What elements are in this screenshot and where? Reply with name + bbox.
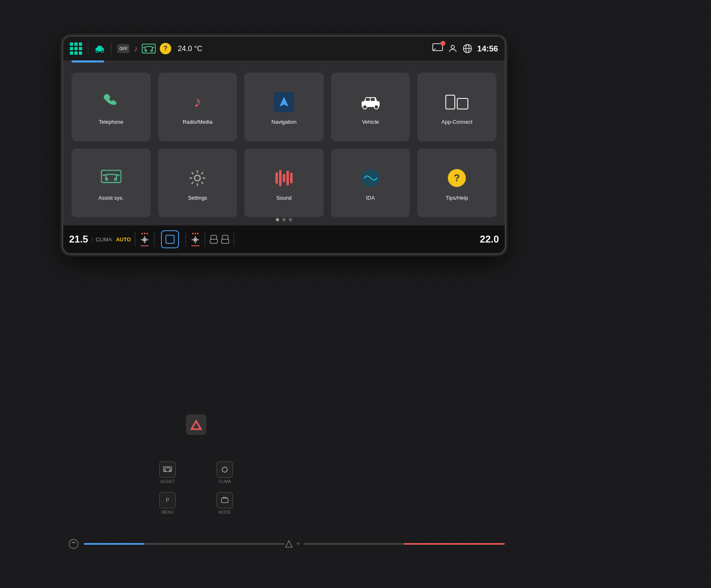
svg-rect-18 xyxy=(371,98,375,101)
left-temp-display: 21.5 xyxy=(69,234,89,245)
clima-hw-label: CLIMA xyxy=(219,479,231,484)
globe-icon[interactable] xyxy=(463,44,472,53)
navigation-label: Navigation xyxy=(271,119,296,125)
assist-sys-label: Assist sys. xyxy=(98,195,123,201)
volume-slider[interactable] xyxy=(84,543,285,545)
left-fan-control[interactable] xyxy=(139,233,150,246)
temperature-slider[interactable] xyxy=(304,543,505,545)
svg-point-30 xyxy=(165,470,166,471)
vehicle-label: Vehicle xyxy=(362,119,379,125)
menu-hw-button[interactable]: P MENU xyxy=(159,492,176,514)
svg-point-32 xyxy=(222,467,227,472)
notification-badge xyxy=(440,41,445,46)
tab-indicator xyxy=(72,60,104,62)
svg-marker-13 xyxy=(279,97,288,107)
power-circle-icon xyxy=(69,539,78,549)
hw-btn-row-top: ASSIST CLIMA xyxy=(159,461,233,484)
music-note-icon[interactable]: ♪ xyxy=(134,44,138,53)
clima-hw-button[interactable]: CLIMA xyxy=(217,461,233,484)
app-tile-radio-media[interactable]: ♪ Radio/Media xyxy=(158,73,237,141)
help-status-icon[interactable]: ? xyxy=(160,43,171,54)
plus-icon[interactable]: + xyxy=(296,540,301,548)
svg-point-7 xyxy=(151,50,152,51)
clima-divider-5 xyxy=(234,232,234,247)
grid-icon[interactable] xyxy=(70,42,82,55)
hazard-button[interactable] xyxy=(186,414,206,435)
vehicle-icon-wrap xyxy=(358,89,383,115)
right-fan-control[interactable] xyxy=(190,233,201,246)
seat-left-control[interactable] xyxy=(209,234,218,244)
car-interior: OFF ♪ ? xyxy=(0,0,711,588)
mode-hw-button[interactable]: MODE xyxy=(217,492,233,514)
screen-bezel: OFF ♪ ? xyxy=(63,37,505,253)
svg-point-25 xyxy=(193,238,197,242)
fan-dots-left xyxy=(141,233,148,234)
app-tile-tips-help[interactable]: ? Tips/Help xyxy=(417,149,496,217)
power-button[interactable] xyxy=(63,539,84,549)
app-tile-assist-sys[interactable]: Assist sys. xyxy=(72,149,151,217)
assist-status-icon[interactable] xyxy=(142,44,156,53)
app-tile-app-connect[interactable]: App-Connect xyxy=(417,73,496,141)
assist-hw-button[interactable]: ASSIST xyxy=(159,461,176,484)
app-tile-navigation[interactable]: Navigation xyxy=(244,73,324,141)
fan-icon-left xyxy=(139,235,150,244)
hazard-triangle-icon xyxy=(190,419,202,430)
triangle-icon xyxy=(285,540,293,548)
svg-point-6 xyxy=(145,50,147,51)
clima-divider-1 xyxy=(135,232,135,247)
app-tile-sound[interactable]: Sound xyxy=(244,149,324,217)
music-icon: ♪ xyxy=(194,93,201,111)
profile-icon[interactable] xyxy=(448,44,458,53)
page-dot-2[interactable] xyxy=(282,218,286,221)
fan-line-right xyxy=(191,245,199,246)
seat-right-control[interactable] xyxy=(221,234,230,244)
app-tile-vehicle[interactable]: Vehicle xyxy=(331,73,410,141)
phone-icon xyxy=(102,91,120,113)
sound-equalizer-icon xyxy=(275,170,293,186)
message-icon[interactable] xyxy=(432,43,443,54)
help-question-icon: ? xyxy=(448,169,466,187)
apps-grid: Telephone ♪ Radio/Media xyxy=(72,69,496,217)
sound-label: Sound xyxy=(276,195,292,201)
tips-help-icon-wrap: ? xyxy=(444,165,470,191)
seat-left-icon xyxy=(209,234,218,244)
home-button[interactable] xyxy=(161,230,179,248)
climate-bar: 21.5 CLIMA AUTO xyxy=(63,225,505,253)
ida-icon-wrap xyxy=(358,165,383,191)
off-icon[interactable]: OFF xyxy=(117,44,130,53)
svg-rect-26 xyxy=(210,239,217,243)
svg-point-16 xyxy=(374,105,378,109)
app-connect-icon-wrap xyxy=(444,89,470,115)
ida-wave-icon xyxy=(362,169,380,187)
right-temp-display: 22.0 xyxy=(479,234,499,245)
clima-divider-4 xyxy=(205,232,205,247)
app-tile-settings[interactable]: Settings xyxy=(158,149,237,217)
temperature-display: 24.0 °C xyxy=(178,45,202,53)
svg-rect-27 xyxy=(221,239,229,243)
svg-point-21 xyxy=(114,178,116,180)
sound-icon-wrap xyxy=(271,165,297,191)
fan-dots-right xyxy=(192,233,199,234)
svg-text:OFF: OFF xyxy=(119,47,127,51)
app-tile-telephone[interactable]: Telephone xyxy=(72,73,151,141)
app-connect-label: App-Connect xyxy=(441,119,472,125)
clima-divider-3 xyxy=(186,232,186,247)
page-dot-1[interactable] xyxy=(276,218,279,221)
settings-label: Settings xyxy=(188,195,207,201)
seat-right-icon xyxy=(221,234,230,244)
radio-media-label: Radio/Media xyxy=(183,119,212,125)
page-dot-3[interactable] xyxy=(289,218,292,221)
nav-icon-wrap xyxy=(271,89,297,115)
svg-marker-28 xyxy=(286,541,292,547)
telephone-icon-wrap xyxy=(98,89,124,115)
svg-rect-24 xyxy=(166,235,174,243)
car-icon[interactable] xyxy=(94,45,105,53)
fan-icon-right xyxy=(190,235,201,244)
status-right: 14:56 xyxy=(432,43,498,54)
app-tile-ida[interactable]: IDA xyxy=(331,149,410,217)
auto-label: AUTO xyxy=(116,236,131,243)
page-dots xyxy=(276,218,292,221)
ida-label: IDA xyxy=(366,195,375,201)
divider-2 xyxy=(111,42,112,55)
mode-hw-label: MODE xyxy=(219,510,231,514)
